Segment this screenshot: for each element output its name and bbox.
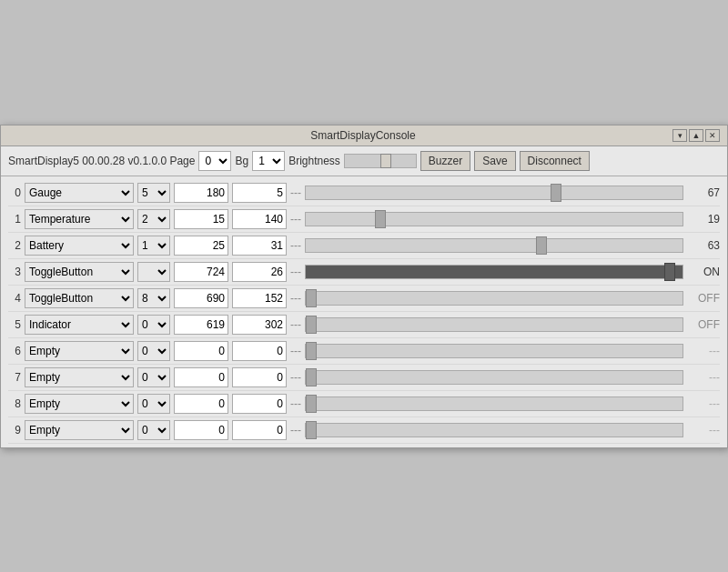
row-slider-container <box>305 186 683 200</box>
window-title: SmartDisplayConsole <box>54 129 672 142</box>
row-slider-container <box>305 238 683 253</box>
row-slider-container <box>305 212 683 226</box>
row-index: 3 <box>8 266 21 278</box>
row-type-select[interactable]: EmptyGaugeTemperatureBatteryIndicatorTog… <box>25 183 134 203</box>
main-window: SmartDisplayConsole ▾ ▲ ✕ SmartDisplay5 … <box>0 125 728 448</box>
row-val2-input[interactable] <box>232 236 287 256</box>
row-slider[interactable] <box>305 317 683 332</box>
row-val2-input[interactable] <box>232 288 287 308</box>
row-val1-input[interactable] <box>174 420 228 440</box>
row-type-select[interactable]: EmptyGaugeTemperatureBatteryIndicatorTog… <box>25 341 134 361</box>
close-button[interactable]: ✕ <box>705 129 720 142</box>
row-index: 0 <box>8 186 21 199</box>
row-type-select[interactable]: EmptyGaugeTemperatureBatteryIndicatorTog… <box>25 394 134 414</box>
row-val2-input[interactable] <box>232 315 287 335</box>
row-type-select[interactable]: EmptyGaugeTemperatureBatteryIndicatorTog… <box>25 236 134 256</box>
row-slider-container <box>305 291 683 306</box>
row-type-select[interactable]: EmptyGaugeTemperatureBatteryIndicatorTog… <box>25 367 134 387</box>
row-index: 8 <box>8 397 21 410</box>
row-slider[interactable] <box>305 291 683 306</box>
title-bar-controls: ▾ ▲ ✕ <box>672 129 720 142</box>
page-select[interactable]: 0123 <box>198 151 231 171</box>
row-type-select[interactable]: EmptyGaugeTemperatureBatteryIndicatorTog… <box>25 209 134 229</box>
row-val2-input[interactable] <box>232 209 287 229</box>
row-slider-container <box>305 423 683 437</box>
row-val2-input[interactable] <box>232 262 287 282</box>
row-dash: --- <box>290 397 301 410</box>
row-slider[interactable] <box>305 344 683 358</box>
row-slider[interactable] <box>305 186 683 200</box>
bg-select[interactable]: 012 <box>252 151 285 171</box>
row-index: 1 <box>8 213 21 226</box>
disconnect-button[interactable]: Disconnect <box>520 151 590 171</box>
row-val2-input[interactable] <box>232 367 287 387</box>
row-display-value: 63 <box>687 239 720 252</box>
row-dash: --- <box>290 213 301 226</box>
toolbar: SmartDisplay5 00.00.28 v0.1.0.0 Page 012… <box>1 146 727 176</box>
row-val1-input[interactable] <box>174 209 228 229</box>
row-display-value: --- <box>687 424 720 437</box>
table-row: 4EmptyGaugeTemperatureBatteryIndicatorTo… <box>8 286 720 312</box>
table-row: 2EmptyGaugeTemperatureBatteryIndicatorTo… <box>8 233 720 259</box>
table-row: 9EmptyGaugeTemperatureBatteryIndicatorTo… <box>8 417 720 444</box>
row-slider[interactable] <box>305 238 683 253</box>
table-row: 1EmptyGaugeTemperatureBatteryIndicatorTo… <box>8 206 720 233</box>
row-index: 7 <box>8 371 21 384</box>
row-num-select[interactable]: 0123456789101112131415 <box>137 236 170 256</box>
row-num-select[interactable]: 0123456789101112131415 <box>137 262 170 282</box>
row-val2-input[interactable] <box>232 394 287 414</box>
row-type-select[interactable]: EmptyGaugeTemperatureBatteryIndicatorTog… <box>25 288 134 308</box>
row-display-value: ON <box>687 266 720 278</box>
buzzer-button[interactable]: Buzzer <box>420 151 470 171</box>
row-num-select[interactable]: 0123456789101112131415 <box>137 420 170 440</box>
row-display-value: --- <box>687 371 720 384</box>
row-val1-input[interactable] <box>174 341 228 361</box>
brightness-slider[interactable] <box>344 154 417 168</box>
row-num-select[interactable]: 0123456789101112131415 <box>137 315 170 335</box>
row-num-select[interactable]: 0123456789101112131415 <box>137 209 170 229</box>
row-val2-input[interactable] <box>232 420 287 440</box>
row-num-select[interactable]: 0123456789101112131415 <box>137 341 170 361</box>
row-num-select[interactable]: 0123456789101112131415 <box>137 394 170 414</box>
row-val2-input[interactable] <box>232 183 287 203</box>
content-area: 0EmptyGaugeTemperatureBatteryIndicatorTo… <box>1 176 727 447</box>
maximize-button[interactable]: ▲ <box>689 129 703 142</box>
row-slider[interactable] <box>305 265 683 279</box>
row-slider[interactable] <box>305 370 683 385</box>
bg-label: Bg <box>235 155 248 167</box>
row-slider[interactable] <box>305 423 683 437</box>
row-type-select[interactable]: EmptyGaugeTemperatureBatteryIndicatorTog… <box>25 315 134 335</box>
row-val1-input[interactable] <box>174 315 228 335</box>
row-display-value: --- <box>687 397 720 410</box>
row-val1-input[interactable] <box>174 288 228 308</box>
row-index: 9 <box>8 424 21 437</box>
table-row: 8EmptyGaugeTemperatureBatteryIndicatorTo… <box>8 391 720 417</box>
table-row: 5EmptyGaugeTemperatureBatteryIndicatorTo… <box>8 312 720 338</box>
row-display-value: 67 <box>687 186 720 199</box>
minimize-button[interactable]: ▾ <box>672 129 687 142</box>
row-dash: --- <box>290 424 301 437</box>
row-val2-input[interactable] <box>232 341 287 361</box>
row-val1-input[interactable] <box>174 183 228 203</box>
row-dash: --- <box>290 266 301 278</box>
row-dash: --- <box>290 292 301 305</box>
row-index: 2 <box>8 239 21 252</box>
row-display-value: 19 <box>687 213 720 226</box>
row-num-select[interactable]: 0123456789101112131415 <box>137 183 170 203</box>
row-type-select[interactable]: EmptyGaugeTemperatureBatteryIndicatorTog… <box>25 262 134 282</box>
row-num-select[interactable]: 0123456789101112131415 <box>137 288 170 308</box>
row-slider[interactable] <box>305 396 683 411</box>
row-num-select[interactable]: 0123456789101112131415 <box>137 367 170 387</box>
row-val1-input[interactable] <box>174 394 228 414</box>
row-type-select[interactable]: EmptyGaugeTemperatureBatteryIndicatorTog… <box>25 420 134 440</box>
row-val1-input[interactable] <box>174 262 228 282</box>
row-index: 6 <box>8 345 21 357</box>
save-button[interactable]: Save <box>474 151 515 171</box>
row-slider-container <box>305 317 683 332</box>
row-val1-input[interactable] <box>174 367 228 387</box>
row-display-value: OFF <box>687 292 720 305</box>
row-slider[interactable] <box>305 212 683 226</box>
row-val1-input[interactable] <box>174 236 228 256</box>
table-row: 3EmptyGaugeTemperatureBatteryIndicatorTo… <box>8 259 720 286</box>
title-bar: SmartDisplayConsole ▾ ▲ ✕ <box>1 125 727 146</box>
